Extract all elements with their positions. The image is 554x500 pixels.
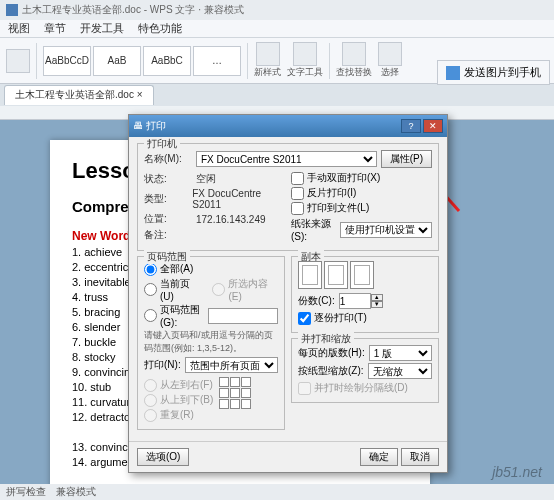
titlebar-suffix: - WPS 文字 · 兼容模式 <box>144 3 244 17</box>
style-h1[interactable]: AaB <box>93 46 141 76</box>
image-icon <box>446 66 460 80</box>
style-more[interactable]: … <box>193 46 241 76</box>
range-current[interactable] <box>144 283 157 296</box>
copies-group: 副本 份数(C): ▲▼ 逐份打印(T) <box>291 256 439 333</box>
ok-button[interactable]: 确定 <box>360 448 398 466</box>
pages-input[interactable] <box>208 308 278 324</box>
status-spell[interactable]: 拼写检查 <box>6 485 46 499</box>
paper-source[interactable]: 使用打印机设置 <box>340 222 432 238</box>
help-button[interactable]: ? <box>401 119 421 133</box>
scale-select[interactable]: 无缩放 <box>368 363 432 379</box>
menu-featured[interactable]: 特色功能 <box>138 21 182 36</box>
spin-down[interactable]: ▼ <box>371 301 383 308</box>
to-file-check[interactable] <box>291 202 304 215</box>
menu-dev[interactable]: 开发工具 <box>80 21 124 36</box>
style-gallery[interactable]: AaBbCcD AaB AaBbC … <box>43 46 241 76</box>
options-button[interactable]: 选项(O) <box>137 448 189 466</box>
close-button[interactable]: ✕ <box>423 119 443 133</box>
copies-input[interactable] <box>339 293 371 309</box>
range-all[interactable] <box>144 263 157 276</box>
document-tabs: 土木工程专业英语全部.doc × <box>0 84 554 106</box>
pages-per-sheet[interactable]: 1 版 <box>369 345 432 361</box>
paste-icon[interactable] <box>6 49 30 73</box>
find-replace[interactable]: 查找替换 <box>336 42 372 79</box>
properties-button[interactable]: 属性(P) <box>381 150 432 168</box>
duplex-check[interactable] <box>291 172 304 185</box>
menubar: 视图 章节 开发工具 特色功能 <box>0 20 554 38</box>
print-what[interactable]: 范围中所有页面 <box>185 357 278 373</box>
cancel-button[interactable]: 取消 <box>401 448 439 466</box>
titlebar-filename: 土木工程专业英语全部.doc <box>22 3 141 17</box>
dialog-titlebar[interactable]: 🖶 打印 ? ✕ <box>129 115 447 137</box>
tab-document[interactable]: 土木工程专业英语全部.doc × <box>4 85 154 105</box>
statusbar: 拼写检查 兼容模式 <box>0 484 554 500</box>
layout-grid <box>219 377 251 423</box>
printer-group: 打印机 名称(M): FX DocuCentre S2011 属性(P) 状态:… <box>137 143 439 251</box>
printer-icon: 🖶 <box>133 120 146 131</box>
collate-preview <box>298 261 432 289</box>
range-pages[interactable] <box>144 309 157 322</box>
menu-view[interactable]: 视图 <box>8 21 30 36</box>
status-mode: 兼容模式 <box>56 485 96 499</box>
range-selection <box>212 283 225 296</box>
menu-chapter[interactable]: 章节 <box>44 21 66 36</box>
style-h2[interactable]: AaBbC <box>143 46 191 76</box>
style-normal[interactable]: AaBbCcD <box>43 46 91 76</box>
printer-select[interactable]: FX DocuCentre S2011 <box>196 151 377 167</box>
print-dialog: 🖶 打印 ? ✕ 打印机 名称(M): FX DocuCentre S2011 … <box>128 114 448 473</box>
watermark: jb51.net <box>492 464 542 480</box>
app-titlebar: 土木工程专业英语全部.doc - WPS 文字 · 兼容模式 <box>0 0 554 20</box>
zoom-group: 并打和缩放 每页的版数(H):1 版 按纸型缩放(Z):无缩放 并打时绘制分隔线… <box>291 338 439 403</box>
send-to-phone-button[interactable]: 发送图片到手机 <box>437 60 550 85</box>
new-style[interactable]: 新样式 <box>254 42 281 79</box>
spin-up[interactable]: ▲ <box>371 294 383 301</box>
select-tool[interactable]: 选择 <box>378 42 402 79</box>
page-range-group: 页码范围 全部(A) 当前页(U) 所选内容(E) 页码范围(G): 请键入页码… <box>137 256 285 430</box>
text-tools[interactable]: 文字工具 <box>287 42 323 79</box>
reverse-check[interactable] <box>291 187 304 200</box>
doc-icon <box>6 4 18 16</box>
collate-check[interactable] <box>298 312 311 325</box>
